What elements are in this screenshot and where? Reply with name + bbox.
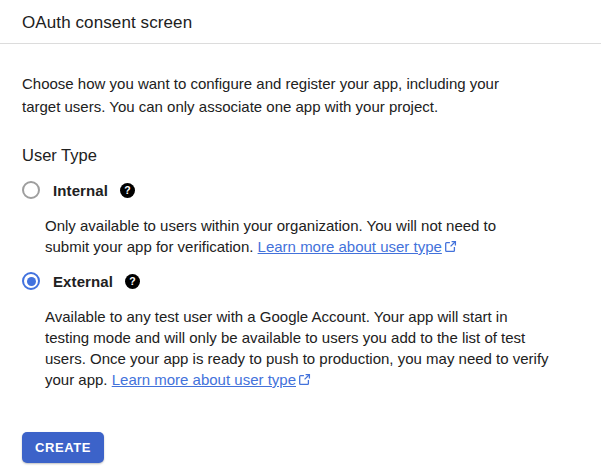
external-description: Available to any test user with a Google… [45, 306, 553, 391]
internal-description: Only available to users within your orga… [45, 215, 537, 258]
help-icon[interactable]: ? [125, 274, 140, 289]
internal-radio-label[interactable]: Internal [53, 182, 108, 199]
intro-text: Choose how you want to configure and reg… [22, 72, 527, 118]
learn-more-link-internal[interactable]: Learn more about user type [258, 238, 457, 255]
user-type-option-internal: Internal ? [22, 180, 601, 200]
page-content: Choose how you want to configure and reg… [0, 72, 601, 463]
external-radio[interactable] [22, 272, 40, 290]
page-title: OAuth consent screen [22, 13, 601, 33]
help-icon[interactable]: ? [120, 183, 135, 198]
external-radio-label[interactable]: External [53, 273, 113, 290]
learn-more-link-external[interactable]: Learn more about user type [112, 371, 311, 388]
page-header: OAuth consent screen [0, 0, 601, 44]
create-button[interactable]: CREATE [22, 432, 104, 463]
user-type-heading: User Type [22, 146, 601, 165]
oauth-consent-page: OAuth consent screen Choose how you want… [0, 0, 601, 471]
open-in-new-icon [298, 370, 311, 391]
internal-radio[interactable] [22, 181, 40, 199]
open-in-new-icon [444, 237, 457, 258]
user-type-option-external: External ? [22, 271, 601, 291]
